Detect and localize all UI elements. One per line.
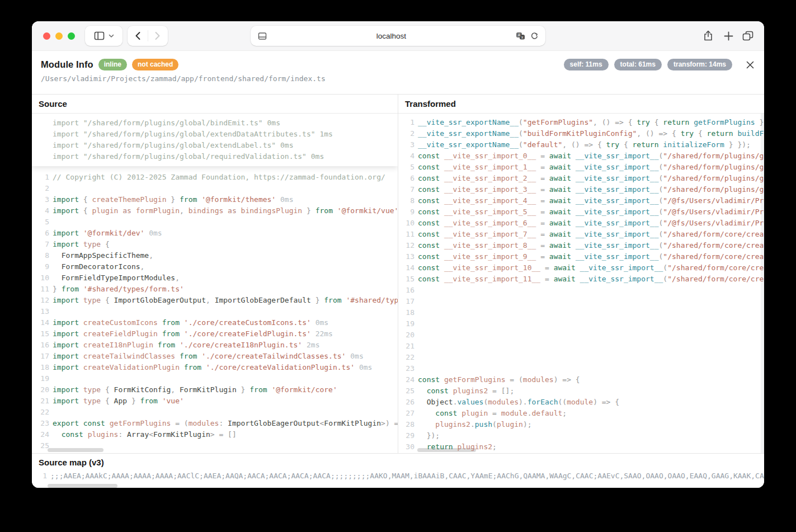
transformed-panel: Transformed 1__vite_ssr_exportName__("ge… <box>398 95 764 453</box>
code-line: 8 FormAppSpecificTheme, <box>32 250 398 261</box>
code-line: 19 <box>32 373 398 384</box>
code-line: 20import type { FormKitConfig, FormKitPl… <box>32 384 398 396</box>
code-line: 13 <box>32 306 398 317</box>
traffic-light-zoom-button[interactable] <box>68 32 75 40</box>
close-icon[interactable] <box>745 60 755 70</box>
line-number: 2 <box>398 128 415 139</box>
new-tab-plus-icon[interactable] <box>722 29 735 43</box>
timing-badge-total: total: 61ms <box>614 59 662 70</box>
line-number: 16 <box>398 285 415 296</box>
browser-toolbar: localhost xA <box>32 21 764 51</box>
code-line: 11const __vite_ssr_import_7__ = await __… <box>398 229 764 240</box>
traffic-light-close-button[interactable] <box>43 32 50 40</box>
code-panels: Source import "/shared/form/plugins/glob… <box>32 94 764 453</box>
share-icon[interactable] <box>701 29 715 43</box>
line-number: 19 <box>398 318 415 329</box>
code-line: 18import createValidationPlugin from './… <box>32 362 398 373</box>
screenshot-stage: localhost xA Module Info inline not cach… <box>0 0 796 532</box>
line-number: 23 <box>398 363 415 374</box>
line-number: 28 <box>398 419 415 430</box>
forward-button[interactable] <box>151 29 164 43</box>
page-format-icon[interactable] <box>258 32 267 40</box>
module-info-header: Module Info inline not cached self: 11ms… <box>32 51 764 94</box>
code-line: 4const __vite_ssr_import_0__ = await __v… <box>398 150 764 162</box>
back-button[interactable] <box>131 29 145 43</box>
line-number <box>32 129 49 140</box>
status-badge-inline: inline <box>98 59 127 70</box>
chevron-down-icon <box>109 34 114 38</box>
horizontal-scrollbar-thumb[interactable] <box>48 484 117 488</box>
code-line: 5 <box>32 216 398 228</box>
code-line: 20 <box>398 329 764 341</box>
line-number: 21 <box>32 396 49 407</box>
line-number: 11 <box>398 229 415 240</box>
code-line: 15import createFieldPlugin from './core/… <box>32 328 398 340</box>
module-file-path: /Users/vladimir/Projects/zammad/app/fron… <box>41 74 326 83</box>
transformed-code-area[interactable]: 1__vite_ssr_exportName__("getFormPlugins… <box>398 114 764 453</box>
code-line: 7const __vite_ssr_import_3__ = await __v… <box>398 184 764 195</box>
status-badge-not-cached: not cached <box>132 59 178 70</box>
sidebar-icon <box>94 31 105 40</box>
code-line: 3__vite_ssr_exportName__("default", () =… <box>398 139 764 150</box>
code-line: 3import { createThemePlugin } from '@for… <box>32 194 398 205</box>
code-line: 14import createCustomIcons from './core/… <box>32 317 398 328</box>
line-number: 20 <box>32 384 49 396</box>
line-number: 3 <box>32 194 49 205</box>
line-number: 7 <box>398 184 415 195</box>
sourcemap-line: 1;;;AAEA;AAAkC;AAAA;AAAA;AAAA;AAClC;AAEA… <box>32 470 764 482</box>
code-line: 1;;;AAEA;AAAkC;AAAA;AAAA;AAAA;AAClC;AAEA… <box>32 470 764 482</box>
line-number: 19 <box>32 373 49 384</box>
address-bar[interactable]: localhost xA <box>251 26 545 46</box>
tab-overview-icon[interactable] <box>741 29 755 43</box>
line-number: 7 <box>32 239 49 250</box>
line-number <box>32 151 49 162</box>
timing-badge-self: self: 11ms <box>564 59 609 70</box>
code-line: 18 <box>398 307 764 318</box>
line-number: 1 <box>32 470 47 482</box>
source-panel-title: Source <box>32 95 398 114</box>
line-number: 24 <box>398 374 415 385</box>
code-line: 15const __vite_ssr_import_11__ = await _… <box>398 274 764 285</box>
sidebar-toggle-button[interactable] <box>85 26 123 46</box>
code-line: import "/shared/form/plugins/global/bind… <box>32 117 398 129</box>
line-number: 3 <box>398 139 415 150</box>
code-line: 21 <box>398 341 764 352</box>
line-number: 11 <box>32 284 49 295</box>
line-number: 2 <box>32 183 49 194</box>
code-line: 16 <box>398 285 764 296</box>
line-number: 27 <box>398 408 415 419</box>
translate-icon[interactable]: xA <box>516 32 525 40</box>
code-line: 10const __vite_ssr_import_6__ = await __… <box>398 218 764 229</box>
code-line: 8const __vite_ssr_import_4__ = await __v… <box>398 195 764 206</box>
svg-text:A: A <box>518 33 521 37</box>
import-timings-overlay: import "/shared/form/plugins/global/bind… <box>32 114 398 166</box>
code-line: 14const __vite_ssr_import_10__ = await _… <box>398 262 764 274</box>
line-number: 8 <box>32 250 49 261</box>
sourcemap-title: Source map (v3) <box>32 454 764 470</box>
code-line: 22 <box>32 407 398 418</box>
code-line: 7import type { <box>32 239 398 250</box>
code-line: 1__vite_ssr_exportName__("getFormPlugins… <box>398 117 764 128</box>
source-code-lines: 1// Copyright (C) 2012-2025 Zammad Found… <box>32 172 398 451</box>
line-number <box>32 140 49 151</box>
line-number: 30 <box>398 441 415 453</box>
code-line: 16import createI18nPlugin from './core/c… <box>32 340 398 351</box>
code-line: 12const __vite_ssr_import_8__ = await __… <box>398 240 764 251</box>
reload-icon[interactable] <box>530 32 539 40</box>
traffic-light-minimize-button[interactable] <box>55 32 63 40</box>
line-number: 26 <box>398 397 415 408</box>
line-number: 5 <box>398 162 415 173</box>
line-number: 6 <box>398 173 415 184</box>
code-line: 25 const plugins2 = []; <box>398 385 764 397</box>
code-line: 29 }); <box>398 430 764 441</box>
line-number: 25 <box>32 440 49 451</box>
timing-badge-transform: transform: 14ms <box>667 59 732 70</box>
code-line: 2__vite_ssr_exportName__("buildFormKitPl… <box>398 128 764 139</box>
nav-divider <box>148 30 148 41</box>
source-code-area[interactable]: import "/shared/form/plugins/global/bind… <box>32 114 398 453</box>
line-number: 9 <box>32 261 49 272</box>
code-line: 21import type { App } from 'vue' <box>32 396 398 407</box>
code-line: 22 <box>398 352 764 363</box>
line-number: 17 <box>32 351 49 362</box>
url-text[interactable]: localhost <box>267 32 516 40</box>
